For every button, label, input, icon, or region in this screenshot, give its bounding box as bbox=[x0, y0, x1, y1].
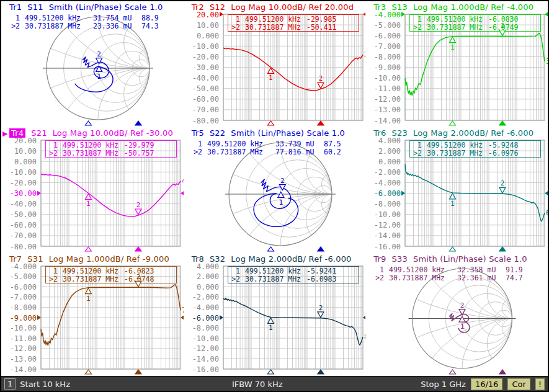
trace-panel-tr7[interactable]: Tr7S31Log Mag 1.000dB/ Ref -9.000-4.000-… bbox=[1, 253, 184, 376]
active-trace-arrow-icon: ▶ bbox=[2, 128, 9, 139]
trace-title[interactable]: Tr9S33Smith (Lin/Phase) Scale 1.0 bbox=[365, 253, 548, 265]
smith-chart[interactable]: 1499.51200 kHz32.358 mU91.9>230.731887 M… bbox=[365, 265, 547, 376]
ref-level-arrow-left[interactable] bbox=[37, 315, 41, 320]
marker-readout-label: >2 bbox=[231, 23, 240, 32]
marker-2-label: 2 bbox=[318, 304, 323, 312]
trace-curve[interactable] bbox=[223, 48, 363, 91]
marker-2[interactable] bbox=[318, 312, 324, 318]
ref-level-arrow-left[interactable] bbox=[37, 191, 41, 196]
trace-curve[interactable] bbox=[254, 179, 298, 226]
y-axis-label: -12.00 bbox=[10, 344, 37, 353]
marker-readout-value: -50.757 bbox=[124, 149, 154, 158]
y-axis-label: -8.000 bbox=[374, 53, 401, 61]
ref-level-arrow-left[interactable] bbox=[220, 315, 223, 320]
marker-readout-value: -29.985 bbox=[306, 15, 336, 24]
rectangular-plot[interactable]: 20.0010.000.000-10.00-20.00-30.00-40.00-… bbox=[1, 139, 183, 253]
trace-title[interactable]: Tr5S22Smith (Lin/Phase) Scale 1.0 bbox=[184, 127, 366, 139]
ifbw-label: IFBW 70 kHz bbox=[232, 380, 283, 389]
ref-level-arrow-right[interactable] bbox=[545, 12, 548, 17]
trace-plot-area: -4.000-5.000-6.000-7.000-8.000-9.000-10.… bbox=[1, 265, 184, 376]
marker-2-position[interactable] bbox=[499, 121, 506, 125]
trace-panel-tr4[interactable]: ▶Tr4S21Log Mag 10.00dB/ Ref -30.0020.001… bbox=[1, 127, 184, 253]
marker-1-position[interactable] bbox=[267, 121, 274, 125]
marker-2[interactable] bbox=[499, 30, 506, 35]
marker-1-position[interactable] bbox=[85, 370, 91, 374]
marker-2-position[interactable] bbox=[135, 370, 141, 374]
marker-readout-value: -5.9248 bbox=[488, 141, 519, 149]
marker-1-position[interactable] bbox=[267, 247, 274, 251]
status-bar: 1 Start 10 kHz IFBW 70 kHz Stop 1 GHz 16… bbox=[1, 376, 548, 391]
rectangular-plot[interactable]: -4.000-5.000-6.000-7.000-8.000-9.000-10.… bbox=[1, 265, 183, 376]
trace-panel-tr2[interactable]: Tr2S12Log Mag 10.00dB/ Ref 20.00d20.0010… bbox=[184, 1, 366, 127]
marker-2[interactable] bbox=[499, 187, 506, 193]
warning-badge: ! bbox=[535, 378, 545, 390]
marker-2-position[interactable] bbox=[318, 247, 324, 251]
y-axis-label: -7.000 bbox=[374, 42, 401, 51]
y-axis-label: -6.000 bbox=[374, 189, 401, 198]
trace-panel-tr1[interactable]: Tr1S11Smith (Lin/Phase) Scale 1.01499.51… bbox=[1, 1, 184, 127]
marker-readout-label: >2 bbox=[375, 274, 384, 282]
marker-1-position[interactable] bbox=[450, 121, 456, 125]
marker-1-position[interactable] bbox=[267, 370, 274, 374]
trace-plot-area: -4.000-5.000-6.000-7.000-8.000-9.000-10.… bbox=[365, 13, 548, 127]
marker-1[interactable] bbox=[459, 316, 465, 322]
rectangular-plot[interactable]: -4.000-5.000-6.000-7.000-8.000-9.000-10.… bbox=[365, 13, 547, 127]
marker-readout-label: >2 bbox=[49, 149, 58, 158]
trace-curve[interactable] bbox=[405, 164, 545, 221]
y-axis-label: 10.00 bbox=[14, 147, 37, 156]
marker-1-position[interactable] bbox=[85, 121, 91, 125]
marker-1-position[interactable] bbox=[450, 247, 456, 251]
trace-panel-tr8[interactable]: Tr8S32Log Mag 2.000dB/ Ref -6.0004.0002.… bbox=[184, 253, 366, 376]
rectangular-plot[interactable]: 4.0002.0000.000-2.000-4.000-6.000-8.000-… bbox=[365, 139, 547, 253]
y-axis-label: -6.000 bbox=[374, 32, 401, 40]
channel-badge[interactable]: 1 bbox=[4, 378, 16, 390]
marker-readout-freq: 30.731887 MHz bbox=[245, 275, 301, 283]
marker-1-position[interactable] bbox=[85, 247, 91, 251]
marker-2-position[interactable] bbox=[135, 247, 141, 251]
trace-panel-tr3[interactable]: Tr3S13Log Mag 1.000dB/ Ref -4.000-4.000-… bbox=[365, 1, 548, 127]
marker-2-position[interactable] bbox=[135, 121, 141, 125]
trace-panel-tr6[interactable]: Tr6S23Log Mag 2.000dB/ Ref -6.0004.0002.… bbox=[365, 127, 548, 253]
marker-readout-freq: 30.731887 MHz bbox=[245, 23, 301, 32]
marker-1-label: 1 bbox=[86, 295, 91, 303]
y-axis-label: -11.00 bbox=[374, 84, 401, 93]
marker-readout-freq: 30.731887 MHz bbox=[207, 148, 263, 156]
y-axis-label: -2.000 bbox=[374, 168, 401, 177]
trace-format: Log Mag 2.000dB/ Ref -6.000 bbox=[231, 254, 351, 264]
marker-2-position[interactable] bbox=[318, 370, 324, 374]
marker-readout-label: 1 bbox=[53, 267, 58, 275]
marker-1-label: 1 bbox=[450, 200, 455, 208]
ref-level-arrow-right[interactable] bbox=[545, 191, 548, 196]
trace-format: Smith (Lin/Phase) Scale 1.0 bbox=[413, 254, 527, 264]
y-axis-label: -6.000 bbox=[192, 314, 218, 323]
trace-panel-tr9[interactable]: Tr9S33Smith (Lin/Phase) Scale 1.01499.51… bbox=[365, 253, 548, 376]
rectangular-plot[interactable]: 4.0002.0000.000-2.000-4.000-6.000-8.000-… bbox=[184, 265, 365, 376]
marker-2-position[interactable] bbox=[318, 121, 324, 125]
ref-level-arrow-left[interactable] bbox=[401, 191, 405, 196]
trace-curve[interactable] bbox=[41, 174, 181, 216]
marker-readout-freq: 30.731887 MHz bbox=[427, 149, 483, 158]
marker-2[interactable] bbox=[135, 209, 141, 215]
marker-readout-value: 32.358 mU bbox=[457, 265, 496, 274]
marker-2[interactable] bbox=[135, 281, 141, 287]
rectangular-plot[interactable]: 20.0010.000.000-10.00-20.00-30.00-40.00-… bbox=[184, 13, 365, 127]
smith-chart[interactable]: 1499.51200 kHz33.739 mU87.5>230.731887 M… bbox=[184, 139, 365, 253]
marker-2[interactable] bbox=[318, 82, 324, 88]
smith-chart[interactable]: 1499.51200 kHz31.754 mU88.9>230.731887 M… bbox=[1, 13, 183, 127]
marker-readout-freq: 499.51200 kHz bbox=[245, 267, 301, 275]
trace-curve[interactable] bbox=[405, 33, 545, 95]
marker-readout-value: 31.754 mU bbox=[93, 14, 132, 22]
ref-level-arrow-left[interactable] bbox=[401, 12, 405, 17]
ref-level-arrow-left[interactable] bbox=[220, 12, 223, 17]
marker-readout-value: 23.336 mU bbox=[93, 22, 132, 30]
trace-curve[interactable] bbox=[41, 285, 181, 345]
marker-2-position[interactable] bbox=[499, 247, 506, 251]
marker-1-position[interactable] bbox=[450, 370, 456, 374]
marker-2-position[interactable] bbox=[499, 370, 506, 374]
trace-panel-tr5[interactable]: Tr5S22Smith (Lin/Phase) Scale 1.01499.51… bbox=[184, 127, 366, 253]
trace-format: Log Mag 10.00dB/ Ref 20.00d bbox=[231, 2, 354, 12]
reactance-arc bbox=[413, 319, 548, 376]
y-axis-label: -16.00 bbox=[374, 243, 401, 251]
marker-1[interactable] bbox=[277, 192, 283, 198]
trace-title[interactable]: Tr1S11Smith (Lin/Phase) Scale 1.0 bbox=[1, 1, 184, 13]
